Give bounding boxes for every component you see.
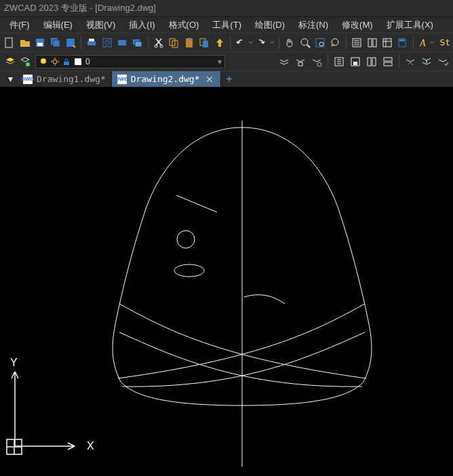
layer-state-icon[interactable] bbox=[18, 54, 33, 69]
svg-rect-12 bbox=[135, 41, 142, 47]
svg-rect-37 bbox=[298, 62, 302, 66]
separator bbox=[230, 36, 231, 49]
menu-tools[interactable]: 工具(T) bbox=[205, 19, 248, 31]
saveall-icon[interactable] bbox=[48, 35, 62, 50]
zoom-prev-icon[interactable] bbox=[329, 35, 342, 50]
toolpalette-icon[interactable] bbox=[380, 35, 394, 50]
tab-drawing2[interactable]: DWG Drawing2.dwg* ✕ bbox=[112, 71, 221, 87]
separator bbox=[148, 36, 149, 49]
svg-point-48 bbox=[174, 264, 204, 277]
bulb-icon bbox=[39, 57, 48, 66]
layer-freeze-icon[interactable] bbox=[309, 54, 324, 69]
svg-rect-27 bbox=[373, 39, 376, 47]
tab-drawing1[interactable]: DWG Drawing1.dwg* bbox=[18, 71, 112, 87]
svg-rect-10 bbox=[118, 40, 126, 45]
cut-icon[interactable] bbox=[152, 35, 165, 50]
open-icon[interactable] bbox=[18, 35, 31, 50]
tab-label: Drawing1.dwg* bbox=[37, 74, 106, 84]
svg-point-32 bbox=[26, 62, 30, 66]
svg-rect-43 bbox=[372, 58, 376, 66]
redo-icon[interactable] bbox=[256, 35, 276, 50]
axis-y-label: Y bbox=[10, 357, 18, 368]
layer-current-name: 0 bbox=[85, 57, 90, 66]
layer-iso-icon[interactable] bbox=[293, 54, 308, 69]
svg-rect-2 bbox=[37, 43, 43, 46]
zoom-icon[interactable] bbox=[298, 35, 312, 50]
svg-rect-8 bbox=[103, 39, 111, 47]
layer-manage-icon[interactable] bbox=[3, 54, 18, 69]
menu-extension[interactable]: 扩展工具(X) bbox=[380, 19, 440, 31]
copy-icon[interactable] bbox=[167, 35, 180, 50]
close-icon[interactable]: ✕ bbox=[204, 74, 215, 85]
pan-icon[interactable] bbox=[283, 35, 296, 50]
dwg-icon: DWG bbox=[117, 75, 127, 84]
layer-combo[interactable]: 0 ▾ bbox=[35, 55, 225, 68]
publish-icon[interactable] bbox=[115, 35, 129, 50]
menu-format[interactable]: 格式(O) bbox=[162, 19, 206, 31]
menu-file[interactable]: 件(F) bbox=[3, 19, 37, 31]
separator bbox=[279, 36, 279, 49]
svg-point-33 bbox=[41, 58, 46, 64]
svg-point-34 bbox=[53, 60, 57, 64]
layer-prev-icon[interactable] bbox=[277, 54, 292, 69]
layer-off-icon[interactable] bbox=[332, 54, 347, 69]
drawing-content: X Y bbox=[0, 87, 453, 476]
layer-current-icon[interactable] bbox=[435, 54, 450, 69]
svg-rect-26 bbox=[368, 39, 372, 47]
tab-list-icon[interactable]: ▾ bbox=[3, 71, 18, 86]
layer-merge-icon[interactable] bbox=[419, 54, 434, 69]
menu-view[interactable]: 视图(V) bbox=[79, 19, 122, 31]
preview-icon[interactable] bbox=[100, 35, 114, 50]
menu-bar: 件(F) 编辑(E) 视图(V) 插入(I) 格式(O) 工具(T) 绘图(D)… bbox=[0, 16, 453, 33]
svg-rect-36 bbox=[75, 58, 81, 65]
menu-edit[interactable]: 编辑(E) bbox=[37, 19, 79, 31]
match-icon[interactable] bbox=[213, 35, 226, 50]
svg-rect-28 bbox=[383, 39, 391, 47]
svg-rect-18 bbox=[187, 38, 191, 40]
layer-make-icon[interactable] bbox=[403, 54, 418, 69]
batch-print-icon[interactable] bbox=[130, 35, 144, 50]
properties-icon[interactable] bbox=[350, 35, 363, 50]
layer-lock-icon[interactable] bbox=[348, 54, 363, 69]
new-tab-button[interactable]: ＋ bbox=[221, 71, 237, 87]
svg-rect-41 bbox=[353, 62, 357, 65]
chevron-down-icon: ▾ bbox=[218, 57, 222, 66]
layer-walk-icon[interactable] bbox=[364, 54, 379, 69]
style-label: St bbox=[439, 37, 450, 47]
print-icon[interactable] bbox=[85, 35, 98, 50]
axis-x-label: X bbox=[87, 440, 94, 452]
menu-modify[interactable]: 修改(M) bbox=[335, 19, 380, 31]
svg-rect-30 bbox=[399, 39, 405, 41]
drawing-canvas[interactable]: X Y bbox=[0, 87, 453, 476]
layer-match-icon[interactable] bbox=[380, 54, 395, 69]
zoom-window-icon[interactable] bbox=[313, 35, 327, 50]
svg-point-38 bbox=[317, 62, 321, 66]
undo-icon[interactable] bbox=[234, 35, 254, 50]
saveas-icon[interactable] bbox=[64, 35, 77, 50]
calc-icon[interactable] bbox=[395, 35, 409, 50]
toolbar-main: A St bbox=[0, 33, 453, 52]
designcenter-icon[interactable] bbox=[365, 35, 378, 50]
text-style-icon[interactable]: A bbox=[417, 35, 436, 50]
separator bbox=[413, 36, 414, 49]
svg-point-9 bbox=[105, 41, 109, 45]
svg-rect-7 bbox=[89, 39, 94, 41]
svg-rect-44 bbox=[384, 58, 392, 61]
color-swatch bbox=[73, 57, 83, 66]
svg-point-21 bbox=[301, 39, 308, 45]
separator bbox=[399, 54, 399, 68]
sun-icon bbox=[50, 57, 60, 66]
svg-rect-0 bbox=[5, 38, 12, 47]
paste-icon[interactable] bbox=[182, 35, 196, 50]
copyclip-icon[interactable] bbox=[197, 35, 211, 50]
svg-point-23 bbox=[319, 42, 323, 46]
new-icon[interactable] bbox=[3, 35, 16, 50]
tab-label: Drawing2.dwg* bbox=[131, 74, 200, 84]
svg-rect-42 bbox=[368, 58, 371, 66]
menu-dimension[interactable]: 标注(N) bbox=[292, 19, 335, 31]
layer-bar: 0 ▾ bbox=[0, 52, 453, 71]
menu-insert[interactable]: 插入(I) bbox=[122, 19, 161, 31]
save-icon[interactable] bbox=[33, 35, 47, 50]
menu-draw[interactable]: 绘图(D) bbox=[248, 19, 292, 31]
svg-rect-20 bbox=[203, 41, 208, 47]
